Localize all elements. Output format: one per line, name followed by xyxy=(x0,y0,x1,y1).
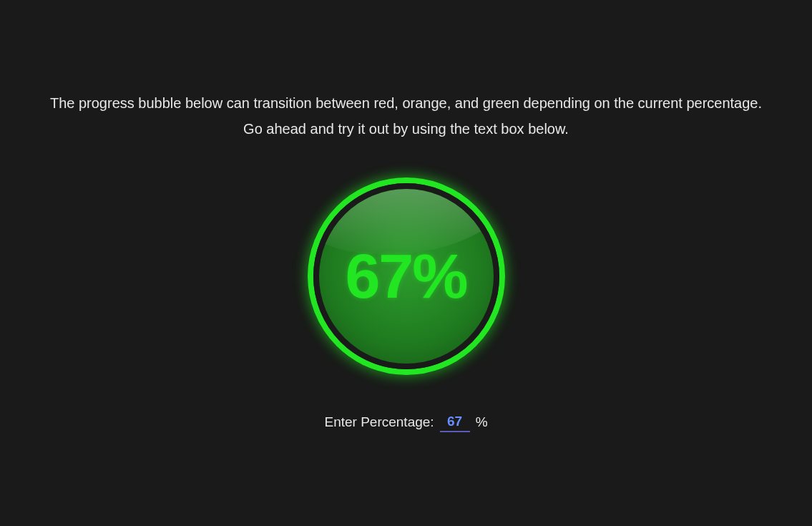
description-line-1: The progress bubble below can transition… xyxy=(50,90,762,116)
input-label: Enter Percentage: xyxy=(324,414,434,430)
input-section: Enter Percentage: % xyxy=(324,412,487,432)
progress-bubble: 67% xyxy=(292,162,521,391)
progress-percent-text: 67% xyxy=(345,240,466,313)
percentage-input[interactable] xyxy=(440,412,470,432)
percent-suffix: % xyxy=(476,414,488,430)
description-line-2: Go ahead and try it out by using the tex… xyxy=(50,116,762,142)
description-text: The progress bubble below can transition… xyxy=(50,90,762,142)
